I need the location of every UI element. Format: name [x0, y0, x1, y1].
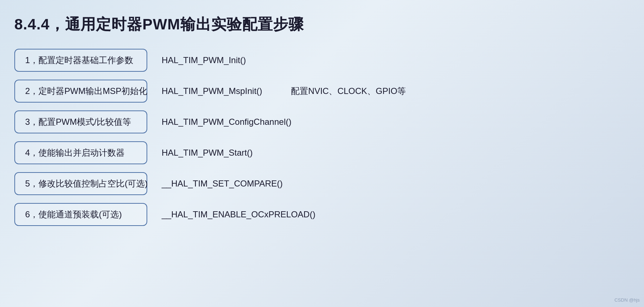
- step-function-5: __HAL_TIM_SET_COMPARE(): [162, 179, 283, 189]
- page-title: 8.4.4，通用定时器PWM输出实验配置步骤: [14, 14, 622, 34]
- step-function-6: __HAL_TIM_ENABLE_OCxPRELOAD(): [162, 209, 315, 219]
- step-extra-2: 配置NVIC、CLOCK、GPIO等: [291, 85, 406, 97]
- step-row-2: 2，定时器PWM输出MSP初始化HAL_TIM_PWM_MspInit()配置N…: [14, 80, 622, 103]
- step-box-2: 2，定时器PWM输出MSP初始化: [14, 80, 147, 103]
- step-function-3: HAL_TIM_PWM_ConfigChannel(): [162, 117, 291, 127]
- steps-list: 1，配置定时器基础工作参数HAL_TIM_PWM_Init()2，定时器PWM输…: [14, 49, 622, 226]
- step-function-1: HAL_TIM_PWM_Init(): [162, 55, 246, 65]
- step-box-3: 3，配置PWM模式/比较值等: [14, 110, 147, 133]
- step-row-3: 3，配置PWM模式/比较值等HAL_TIM_PWM_ConfigChannel(…: [14, 110, 622, 133]
- step-function-2: HAL_TIM_PWM_MspInit(): [162, 86, 262, 96]
- step-row-6: 6，使能通道预装载(可选)__HAL_TIM_ENABLE_OCxPRELOAD…: [14, 203, 622, 226]
- step-box-5: 5，修改比较值控制占空比(可选): [14, 172, 147, 195]
- step-function-4: HAL_TIM_PWM_Start(): [162, 148, 252, 158]
- main-container: 8.4.4，通用定时器PWM输出实验配置步骤 1，配置定时器基础工作参数HAL_…: [0, 0, 644, 307]
- watermark: CSDN @hjs: [615, 297, 640, 303]
- step-row-1: 1，配置定时器基础工作参数HAL_TIM_PWM_Init(): [14, 49, 622, 72]
- step-box-1: 1，配置定时器基础工作参数: [14, 49, 147, 72]
- step-row-4: 4，使能输出并启动计数器HAL_TIM_PWM_Start(): [14, 141, 622, 164]
- step-box-4: 4，使能输出并启动计数器: [14, 141, 147, 164]
- step-row-5: 5，修改比较值控制占空比(可选)__HAL_TIM_SET_COMPARE(): [14, 172, 622, 195]
- step-box-6: 6，使能通道预装载(可选): [14, 203, 147, 226]
